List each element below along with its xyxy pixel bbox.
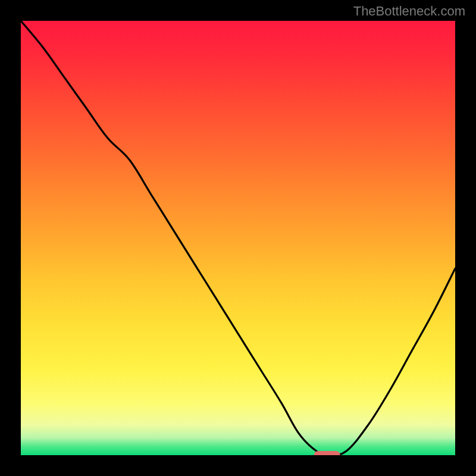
curve-line: [21, 21, 455, 455]
watermark-text: TheBottleneck.com: [353, 4, 465, 19]
chart-plot-area: [21, 21, 455, 455]
bottleneck-curve: [21, 21, 455, 455]
outer-frame: TheBottleneck.com: [0, 0, 476, 476]
optimal-point-marker: [314, 451, 340, 455]
